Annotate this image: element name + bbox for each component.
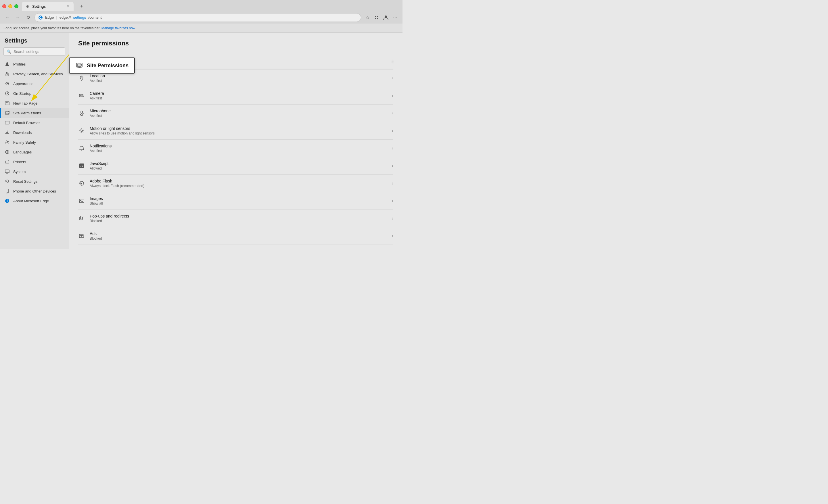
address-path: /content bbox=[88, 15, 101, 19]
sidebar-item-privacy[interactable]: Privacy, Search, and Services bbox=[0, 69, 69, 79]
sidebar-item-phone[interactable]: Phone and Other Devices bbox=[0, 186, 69, 196]
profile-button[interactable] bbox=[382, 13, 390, 21]
sidebar-item-about[interactable]: About Microsoft Edge bbox=[0, 196, 69, 206]
permission-item-javascript[interactable]: JSJavaScriptAllowed› bbox=[78, 157, 393, 175]
address-protocol: edge:// bbox=[59, 15, 71, 19]
new-tab-button[interactable]: + bbox=[77, 2, 86, 11]
background-sync-perm-icon bbox=[78, 249, 85, 249]
svg-rect-4 bbox=[377, 18, 378, 19]
javascript-perm-info: JavaScriptAllowed bbox=[90, 161, 387, 170]
popups-perm-chevron: › bbox=[392, 216, 393, 221]
address-edge-label: Edge bbox=[45, 15, 54, 19]
javascript-perm-icon: JS bbox=[78, 163, 85, 169]
flash-perm-icon bbox=[78, 180, 85, 187]
sidebar-item-on-startup[interactable]: On Startup bbox=[0, 89, 69, 98]
camera-perm-icon bbox=[78, 92, 85, 99]
fullscreen-window-button[interactable] bbox=[14, 4, 18, 8]
location-perm-chevron: › bbox=[392, 76, 393, 81]
navigation-bar: ← → ↺ Edge | edge://settings/content ☆ bbox=[0, 11, 403, 24]
sidebar-item-label-phone: Phone and Other Devices bbox=[13, 189, 56, 193]
manage-favorites-link[interactable]: Manage favorites now bbox=[101, 26, 135, 30]
reload-button[interactable]: ↺ bbox=[24, 13, 32, 21]
permission-item-images[interactable]: ImagesShow all› bbox=[78, 192, 393, 210]
on-startup-icon bbox=[5, 91, 10, 96]
sidebar-item-profiles[interactable]: Profiles bbox=[0, 59, 69, 69]
page-title: Site permissions bbox=[78, 40, 393, 47]
svg-rect-22 bbox=[5, 170, 9, 173]
sidebar-item-label-profiles: Profiles bbox=[13, 62, 26, 66]
permission-item-ads[interactable]: AdsBlocked› bbox=[78, 227, 393, 245]
back-button[interactable]: ← bbox=[3, 13, 11, 21]
notifications-perm-info: NotificationsAsk first bbox=[90, 144, 387, 153]
sidebar-item-label-languages: Languages bbox=[13, 150, 32, 154]
search-input[interactable] bbox=[13, 49, 62, 54]
sidebar-item-label-downloads: Downloads bbox=[13, 131, 32, 135]
privacy-icon bbox=[5, 71, 10, 77]
popups-perm-name: Pop-ups and redirects bbox=[90, 214, 387, 218]
about-icon bbox=[5, 198, 10, 203]
permission-item-flash[interactable]: Adobe FlashAlways block Flash (recommend… bbox=[78, 175, 393, 192]
images-perm-info: ImagesShow all bbox=[90, 196, 387, 205]
permission-item-microphone[interactable]: MicrophoneAsk first› bbox=[78, 104, 393, 122]
tooltip-label: Site Permissions bbox=[87, 63, 128, 69]
images-perm-desc: Show all bbox=[90, 201, 387, 205]
sidebar-item-system[interactable]: System bbox=[0, 167, 69, 176]
sidebar-item-label-default-browser: Default Browser bbox=[13, 121, 40, 125]
address-bar[interactable]: Edge | edge://settings/content bbox=[35, 13, 361, 22]
site-permissions-icon bbox=[5, 110, 10, 116]
close-window-button[interactable] bbox=[2, 4, 6, 8]
browser-menu-button[interactable]: ⋯ bbox=[391, 13, 399, 21]
sidebar-item-label-new-tab: New Tab Page bbox=[13, 101, 37, 105]
svg-point-26 bbox=[81, 77, 82, 78]
permission-item-popups[interactable]: Pop-ups and redirectsBlocked› bbox=[78, 210, 393, 227]
ads-perm-icon bbox=[78, 232, 85, 239]
browser-chrome: ⚙ Settings ✕ + ← → ↺ Edge | edge://setti… bbox=[0, 0, 403, 33]
location-perm-icon bbox=[78, 75, 85, 82]
flash-perm-info: Adobe FlashAlways block Flash (recommend… bbox=[90, 179, 387, 188]
settings-sidebar: Settings 🔍 ProfilesPrivacy, Search, and … bbox=[0, 33, 69, 249]
tab-close-button[interactable]: ✕ bbox=[66, 4, 70, 9]
search-box[interactable]: 🔍 bbox=[3, 47, 65, 56]
favorites-star-button[interactable]: ☆ bbox=[363, 13, 371, 21]
svg-point-6 bbox=[6, 62, 8, 64]
sidebar-item-appearance[interactable]: Appearance bbox=[0, 79, 69, 89]
minimize-window-button[interactable] bbox=[8, 4, 12, 8]
collections-button[interactable] bbox=[373, 13, 381, 21]
sidebar-item-family-safety[interactable]: Family Safety bbox=[0, 137, 69, 147]
tab-title: Settings bbox=[32, 4, 46, 9]
sidebar-item-new-tab[interactable]: New Tab Page bbox=[0, 98, 69, 108]
forward-button[interactable]: → bbox=[14, 13, 22, 21]
flash-perm-name: Adobe Flash bbox=[90, 179, 387, 183]
notifications-perm-name: Notifications bbox=[90, 144, 387, 148]
microphone-perm-icon bbox=[78, 110, 85, 117]
sidebar-item-label-privacy: Privacy, Search, and Services bbox=[13, 72, 63, 76]
sidebar-item-languages[interactable]: Languages bbox=[0, 147, 69, 157]
sidebar-item-site-permissions[interactable]: Site Permissions bbox=[0, 108, 69, 118]
motion-perm-chevron: › bbox=[392, 128, 393, 133]
nav-items-list: ProfilesPrivacy, Search, and ServicesApp… bbox=[0, 59, 69, 206]
images-perm-chevron: › bbox=[392, 198, 393, 203]
default-browser-icon bbox=[5, 120, 10, 125]
svg-rect-21 bbox=[6, 162, 8, 163]
sidebar-item-reset[interactable]: Reset Settings bbox=[0, 176, 69, 186]
permission-item-motion[interactable]: Motion or light sensorsAllow sites to us… bbox=[78, 122, 393, 140]
svg-rect-3 bbox=[375, 18, 376, 19]
camera-perm-desc: Ask first bbox=[90, 96, 387, 100]
edge-logo-icon bbox=[38, 15, 43, 20]
sidebar-item-printers[interactable]: Printers bbox=[0, 157, 69, 167]
sidebar-item-downloads[interactable]: Downloads bbox=[0, 128, 69, 137]
svg-point-10 bbox=[7, 83, 8, 84]
sidebar-item-default-browser[interactable]: Default Browser bbox=[0, 118, 69, 128]
svg-rect-16 bbox=[5, 121, 9, 124]
permission-item-camera[interactable]: CameraAsk first› bbox=[78, 87, 393, 104]
ads-perm-info: AdsBlocked bbox=[90, 231, 387, 240]
permission-item-background-sync[interactable]: Background sync› bbox=[78, 245, 393, 249]
sidebar-item-label-family-safety: Family Safety bbox=[13, 140, 36, 144]
active-tab[interactable]: ⚙ Settings ✕ bbox=[22, 2, 74, 11]
sidebar-item-label-on-startup: On Startup bbox=[13, 91, 31, 96]
javascript-perm-chevron: › bbox=[392, 163, 393, 168]
permission-item-notifications[interactable]: NotificationsAsk first› bbox=[78, 140, 393, 157]
notifications-perm-chevron: › bbox=[392, 146, 393, 151]
flash-perm-desc: Always block Flash (recommended) bbox=[90, 184, 387, 188]
javascript-perm-desc: Allowed bbox=[90, 166, 387, 170]
